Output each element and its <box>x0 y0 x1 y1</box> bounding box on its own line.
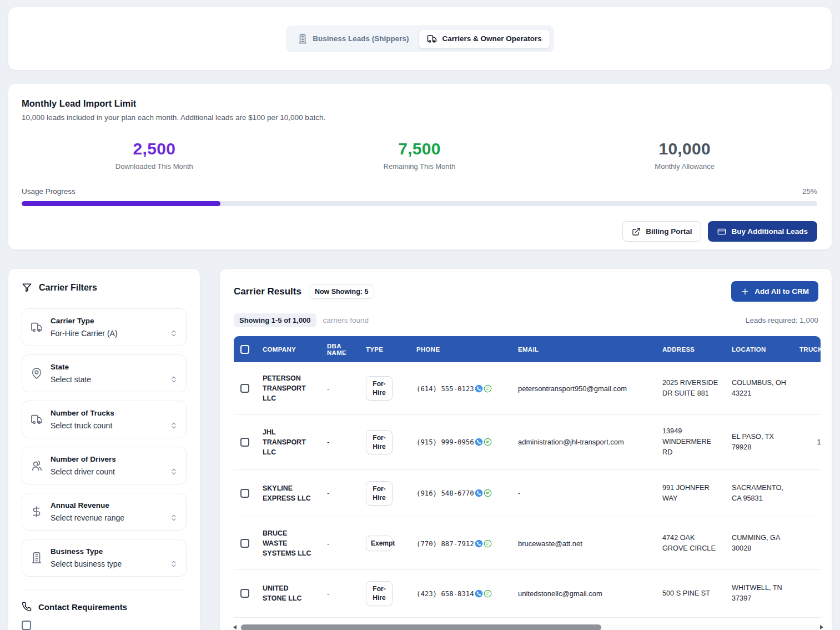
scroll-left-arrow-icon[interactable] <box>233 625 237 629</box>
column-header-type: TYPE <box>359 336 410 362</box>
map-pin-icon <box>31 367 43 379</box>
dba-name-cell: - <box>320 517 359 569</box>
table-row: UNITED STONE LLC - For-Hire (423) 658-83… <box>234 570 821 617</box>
tab-carriers-owner-operators-label: Carriers & Owner Operators <box>442 34 541 43</box>
select-all-checkbox[interactable] <box>240 345 249 354</box>
filter-selected-value: For-Hire Carrier (A) <box>51 329 118 338</box>
filter-label: Business Type <box>51 547 178 556</box>
carrier-filters-panel: Carrier Filters Carrier Type For-Hire Ca… <box>8 268 200 630</box>
billing-portal-label: Billing Portal <box>646 227 692 236</box>
type-cell: For-Hire <box>359 415 410 469</box>
filter-label: State <box>51 363 178 371</box>
call-icon[interactable] <box>475 489 483 497</box>
scroll-right-arrow-icon[interactable] <box>820 625 823 629</box>
filter-select[interactable]: Number of Trucks Select truck count <box>22 401 187 438</box>
filter-selected-value: Select truck count <box>51 421 112 430</box>
showing-range-badge: Showing 1-5 of 1,000 <box>234 313 316 327</box>
billing-portal-button[interactable]: Billing Portal <box>622 221 701 242</box>
company-cell: BRUCE WASTE SYSTEMS LLC <box>256 517 320 569</box>
column-header-trucks: TRUCKS <box>793 336 821 362</box>
tab-business-leads-label: Business Leads (Shippers) <box>313 34 409 43</box>
message-icon[interactable] <box>484 589 492 598</box>
phone-cell: (915) 999-0956 <box>410 415 511 469</box>
message-icon[interactable] <box>484 384 492 393</box>
column-header-phone: PHONE <box>410 336 511 362</box>
dollar-icon <box>31 506 43 518</box>
funnel-icon <box>22 282 32 293</box>
call-icon[interactable] <box>475 539 483 548</box>
column-header-company: COMPANY <box>256 336 320 362</box>
table-header-row: COMPANY DBA NAME TYPE PHONE EMAIL ADDRES… <box>234 336 821 362</box>
usage-stat-label: Monthly Allowance <box>552 162 817 171</box>
filter-select[interactable]: State Select state <box>22 354 187 392</box>
email-cell: unitedstonellc@gmail.com <box>511 570 656 617</box>
chevrons-up-down-icon <box>170 514 178 522</box>
email-cell: petersontransport950@gmail.com <box>511 362 656 415</box>
call-icon[interactable] <box>475 438 483 446</box>
table-row: JHL TRANSPORT LLC - For-Hire (915) 999-0… <box>234 415 821 469</box>
usage-stat-label: Downloaded This Month <box>22 162 287 171</box>
dba-name-cell: - <box>320 415 359 469</box>
message-icon[interactable] <box>484 539 492 548</box>
lead-type-switcher-card: Business Leads (Shippers) Carriers & Own… <box>8 7 832 71</box>
row-select-checkbox[interactable] <box>240 489 249 498</box>
tab-carriers-owner-operators[interactable]: Carriers & Owner Operators <box>419 29 550 49</box>
filter-select[interactable]: Business Type Select business type <box>22 539 187 577</box>
phone-number: (423) 658-8314 <box>416 590 474 598</box>
message-icon[interactable] <box>484 438 492 446</box>
scrollbar-thumb[interactable] <box>241 624 601 630</box>
chevrons-up-down-icon <box>170 422 178 429</box>
filter-label: Annual Revenue <box>51 501 178 509</box>
scrollbar-track[interactable] <box>238 624 819 630</box>
phone-number: (915) 999-0956 <box>416 438 474 446</box>
truck-icon <box>31 321 43 333</box>
filter-selected-value: Select state <box>51 375 91 384</box>
carrier-filters-title: Carrier Filters <box>39 283 97 293</box>
filter-label: Number of Drivers <box>51 455 178 463</box>
filter-selected-value: Select business type <box>51 559 122 568</box>
company-cell: SKYLINE EXPRESS LLC <box>256 469 320 517</box>
truck-icon <box>427 34 437 44</box>
chevrons-up-down-icon <box>170 560 178 568</box>
trucks-cell: 1 <box>793 362 821 415</box>
address-cell: 4742 OAK GROVE CIRCLE <box>656 517 725 569</box>
filter-label: Number of Trucks <box>51 409 178 417</box>
location-cell: WHITWELL, TN 37397 <box>725 570 793 617</box>
row-select-checkbox[interactable] <box>240 589 249 598</box>
filter-select[interactable]: Carrier Type For-Hire Carrier (A) <box>22 308 187 346</box>
usage-stat-value: 7,500 <box>287 139 552 158</box>
type-cell: For-Hire <box>359 570 410 617</box>
filter-select[interactable]: Number of Drivers Select driver count <box>22 447 187 484</box>
contact-requirement-checkbox[interactable] <box>22 621 31 630</box>
row-select-checkbox[interactable] <box>240 438 249 447</box>
location-cell: COLUMBUS, OH 43221 <box>725 362 793 415</box>
tab-business-leads[interactable]: Business Leads (Shippers) <box>290 29 416 48</box>
phone-cell: (916) 548-6770 <box>410 469 511 517</box>
sidebar-divider <box>22 589 187 589</box>
carrier-results-table-viewport: COMPANY DBA NAME TYPE PHONE EMAIL ADDRES… <box>234 336 821 618</box>
row-select-checkbox[interactable] <box>240 539 249 548</box>
message-icon[interactable] <box>484 489 492 497</box>
row-select-checkbox[interactable] <box>240 384 249 393</box>
phone-icon <box>22 602 32 612</box>
external-link-icon <box>632 227 641 236</box>
carrier-type-badge: Exempt <box>366 536 393 551</box>
filter-selected-value: Select revenue range <box>51 513 124 522</box>
buy-additional-leads-button[interactable]: Buy Additional Leads <box>708 221 817 242</box>
trucks-cell: 10 <box>793 415 821 469</box>
usage-stat-label: Remaining This Month <box>287 162 552 171</box>
usage-stat-value: 10,000 <box>552 139 817 158</box>
dba-name-cell: - <box>320 362 359 415</box>
usage-stat: 7,500 Remaining This Month <box>287 139 552 171</box>
leads-required-text: Leads required: 1,000 <box>746 316 818 324</box>
add-all-to-crm-label: Add All to CRM <box>755 287 809 296</box>
chevrons-up-down-icon <box>170 329 178 337</box>
address-cell: 2025 RIVERSIDE DR SUITE 881 <box>656 362 725 415</box>
trucks-cell: 3 <box>793 517 821 569</box>
add-all-to-crm-button[interactable]: Add All to CRM <box>731 281 818 302</box>
usage-progress-percent: 25% <box>802 187 817 196</box>
call-icon[interactable] <box>475 589 483 598</box>
credit-card-icon <box>717 227 726 236</box>
filter-select[interactable]: Annual Revenue Select revenue range <box>22 493 187 531</box>
call-icon[interactable] <box>475 384 483 393</box>
